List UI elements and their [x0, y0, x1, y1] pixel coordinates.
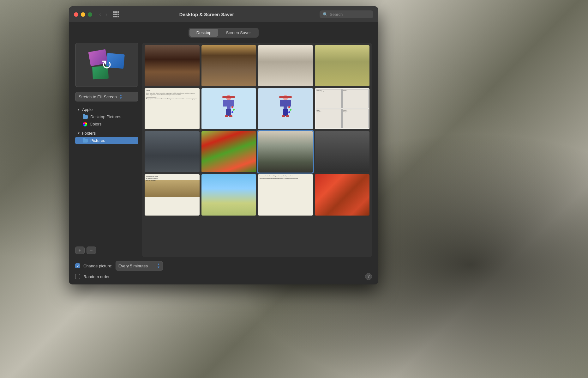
close-button[interactable] — [74, 12, 78, 17]
svg-rect-14 — [284, 100, 287, 109]
search-input[interactable]: Search — [330, 12, 343, 17]
tree-item-desktop-pictures[interactable]: Desktop Pictures — [75, 113, 138, 120]
svg-rect-19 — [282, 115, 285, 117]
remove-source-button[interactable]: − — [87, 247, 96, 254]
preview-images: ↻ — [89, 51, 124, 79]
zoom-button[interactable] — [88, 12, 92, 17]
desktop-pictures-label: Desktop Pictures — [90, 114, 121, 119]
grid-item-6[interactable] — [201, 88, 256, 129]
sidebar-bottom: + − — [75, 243, 138, 257]
chevron-icon: ▼ — [77, 108, 80, 111]
search-bar[interactable]: 🔍 Search — [320, 10, 373, 18]
grid-item-7[interactable] — [258, 88, 313, 129]
interval-dropdown-value: Every 5 minutes — [118, 264, 148, 268]
tab-screen-saver[interactable]: Screen Saver — [219, 29, 258, 37]
interval-dropdown-arrows-icon: ▲▼ — [157, 263, 160, 269]
svg-rect-15 — [280, 100, 284, 107]
grid-item-10[interactable] — [201, 131, 256, 172]
svg-rect-13 — [279, 96, 292, 98]
grid-item-5[interactable]: Page 1 ───────────── Lorem ipsum dolor s… — [145, 88, 200, 129]
grid-item-12[interactable] — [315, 131, 370, 172]
bottom-bar: Change picture: Every 5 minutes ▲▼ Rando… — [75, 257, 372, 284]
character-svg-2 — [276, 94, 295, 123]
content-area: Desktop Screen Saver ↻ Str — [69, 23, 378, 284]
svg-rect-16 — [287, 100, 291, 107]
random-order-checkbox[interactable] — [75, 274, 80, 279]
svg-point-10 — [233, 109, 235, 111]
character-svg-1 — [219, 94, 238, 123]
change-picture-row: Change picture: Every 5 minutes ▲▼ — [75, 261, 372, 271]
svg-rect-5 — [226, 109, 229, 116]
grid-item-9[interactable] — [145, 131, 200, 172]
pictures-label: Pictures — [90, 138, 105, 143]
search-icon: 🔍 — [323, 12, 328, 17]
svg-rect-1 — [222, 96, 235, 98]
stretch-dropdown[interactable]: Stretch to Fill Screen ▲▼ — [75, 92, 138, 101]
add-source-button[interactable]: + — [75, 247, 85, 254]
grid-item-2[interactable] — [201, 45, 256, 86]
grid-item-14[interactable] — [201, 174, 256, 215]
tree-item-colors[interactable]: Colors — [75, 120, 138, 128]
svg-point-22 — [290, 109, 291, 111]
interval-dropdown[interactable]: Every 5 minutes ▲▼ — [116, 261, 163, 271]
change-picture-label: Change picture: — [83, 264, 112, 268]
random-order-row: Random order ? — [75, 273, 372, 280]
svg-point-9 — [231, 106, 233, 108]
tree-item-pictures[interactable]: Pictures — [75, 137, 138, 144]
folder-icon — [83, 115, 88, 119]
folder-icon — [83, 139, 88, 143]
help-button[interactable]: ? — [365, 273, 372, 280]
color-wheel-icon — [83, 122, 87, 126]
title-bar: ‹ › Desktop & Screen Saver 🔍 Search — [69, 6, 378, 23]
change-picture-checkbox[interactable] — [75, 263, 80, 268]
section-apple-label: Apple — [82, 107, 93, 112]
grid-item-13[interactable]: Hopped off the plane at LAX with a dream… — [145, 174, 200, 215]
preview-box: ↻ — [75, 43, 138, 87]
main-area: ↻ Stretch to Fill Screen ▲▼ ▼ Apple — [75, 43, 372, 257]
svg-point-23 — [288, 111, 290, 113]
svg-rect-6 — [229, 109, 231, 116]
section-folders-label: Folders — [82, 131, 96, 136]
tabs-container: Desktop Screen Saver — [189, 28, 259, 38]
grid-item-3[interactable] — [258, 45, 313, 86]
svg-rect-17 — [283, 109, 285, 116]
random-order-label: Random order — [83, 274, 110, 279]
svg-point-11 — [231, 111, 233, 113]
sidebar: ↻ Stretch to Fill Screen ▲▼ ▼ Apple — [75, 43, 138, 257]
grid-item-15[interactable]: Document text content here simulating a … — [258, 174, 313, 215]
image-grid-area: Page 1 ───────────── Lorem ipsum dolor s… — [142, 43, 372, 257]
colors-label: Colors — [90, 122, 102, 126]
dropdown-arrows-icon: ▲▼ — [119, 94, 123, 100]
image-grid: Page 1 ───────────── Lorem ipsum dolor s… — [142, 43, 372, 218]
system-preferences-window: ‹ › Desktop & Screen Saver 🔍 Search Desk… — [69, 6, 378, 284]
svg-rect-4 — [231, 100, 234, 107]
window-title: Desktop & Screen Saver — [94, 12, 320, 17]
svg-rect-7 — [225, 115, 228, 117]
tabs-row: Desktop Screen Saver — [75, 28, 372, 38]
chevron-icon: ▼ — [77, 131, 80, 135]
tree-section-apple[interactable]: ▼ Apple — [75, 106, 138, 113]
tab-desktop[interactable]: Desktop — [189, 29, 219, 37]
svg-rect-20 — [286, 115, 289, 117]
minimize-button[interactable] — [81, 12, 85, 17]
svg-rect-2 — [227, 100, 231, 109]
source-tree: ▼ Apple Desktop Pictures Colors ▼ Fo — [75, 106, 138, 243]
stretch-dropdown-label: Stretch to Fill Screen — [79, 94, 117, 99]
grid-item-16[interactable] — [315, 174, 370, 215]
grid-item-8[interactable]: Panel 1 textcartoon content here Panel 2… — [315, 88, 370, 129]
grid-item-4[interactable] — [315, 45, 370, 86]
svg-rect-18 — [285, 109, 288, 116]
grid-item-11[interactable] — [258, 131, 313, 172]
svg-rect-3 — [223, 100, 227, 107]
svg-rect-8 — [229, 115, 232, 117]
slideshow-arrow: ↻ — [89, 51, 124, 79]
grid-item-1[interactable] — [145, 45, 200, 86]
traffic-lights — [74, 12, 92, 17]
svg-point-21 — [288, 106, 290, 108]
tree-section-folders[interactable]: ▼ Folders — [75, 130, 138, 137]
